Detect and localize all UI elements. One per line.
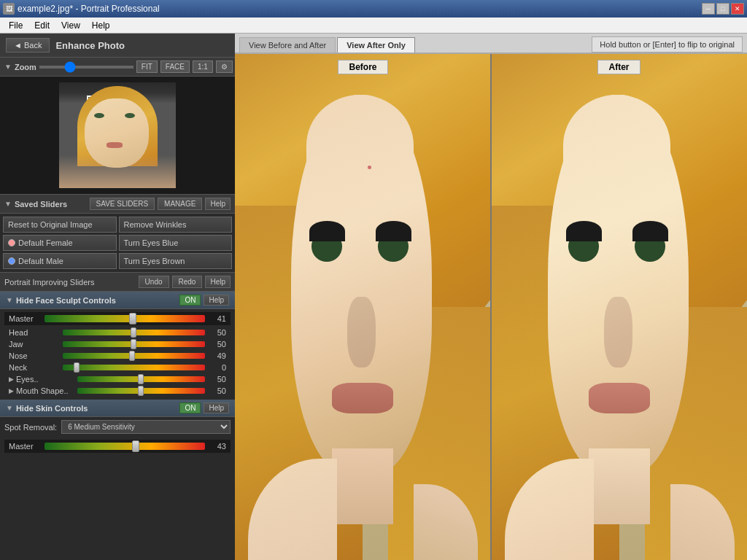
neck-label: Neck: [9, 363, 60, 372]
head-label: Head: [9, 328, 60, 337]
neck-slider-row: Neck 0: [4, 362, 231, 373]
tab-after-only[interactable]: View After Only: [337, 37, 415, 52]
skin-controls-header: ▼ Hide Skin Controls ON Help: [0, 400, 235, 417]
manage-button[interactable]: MANAGE: [158, 198, 202, 210]
skin-controls-on-button[interactable]: ON: [179, 402, 201, 413]
skin-master-slider-row: Master 43: [4, 440, 231, 453]
preset-default-male[interactable]: Default Male: [3, 253, 117, 269]
presets-grid: Reset to Original Image Remove Wrinkles …: [0, 214, 235, 272]
minimize-button[interactable]: ─: [702, 3, 715, 15]
master-label: Master: [9, 314, 42, 323]
zoom-one-to-one-button[interactable]: 1:1: [193, 61, 213, 73]
tab-before-and-after[interactable]: View Before and After: [239, 37, 336, 52]
menu-bar: File Edit View Help: [0, 18, 747, 34]
skin-master-label: Master: [9, 442, 42, 451]
menu-view[interactable]: View: [55, 19, 86, 32]
before-image-panel: [235, 54, 490, 560]
save-sliders-button[interactable]: SAVE SLIDERS: [90, 198, 155, 210]
skin-controls-arrow: ▼: [6, 404, 13, 412]
menu-help[interactable]: Help: [86, 19, 116, 32]
mouth-value: 50: [208, 386, 226, 395]
mouth-label: ▶ Mouth Shape..: [9, 386, 74, 395]
preset-turn-eyes-brown[interactable]: Turn Eyes Brown: [119, 253, 233, 269]
pis-help-button[interactable]: Help: [205, 276, 231, 288]
skin-master-slider-thumb[interactable]: [132, 440, 139, 452]
jaw-slider-track[interactable]: [63, 341, 205, 347]
window-controls: ─ □ ✕: [702, 3, 744, 15]
eyes-label: ▶ Eyes..: [9, 375, 74, 384]
male-icon: [8, 257, 15, 265]
close-button[interactable]: ✕: [731, 3, 744, 15]
spot-removal-select[interactable]: 6 Medium Sensitivity: [61, 420, 231, 434]
preset-turn-eyes-blue[interactable]: Turn Eyes Blue: [119, 235, 233, 251]
master-slider-row: Master 41: [4, 312, 231, 325]
back-button[interactable]: ◄ Back: [6, 38, 50, 52]
view-hint: Hold button or [Enter] to flip to origin…: [592, 36, 743, 52]
menu-file[interactable]: File: [3, 19, 28, 32]
jaw-value: 50: [208, 340, 226, 349]
saved-sliders-help-button[interactable]: Help: [205, 198, 231, 210]
controls-scroll[interactable]: ▼ Hide Face Sculpt Controls ON Help Mast…: [0, 292, 235, 560]
face-sculpt-on-button[interactable]: ON: [179, 295, 201, 306]
skin-master-slider-section: Master 43: [0, 437, 235, 457]
neck-slider-thumb[interactable]: [74, 362, 80, 373]
mouth-slider-row: ▶ Mouth Shape.. 50: [4, 385, 231, 397]
master-value: 41: [208, 314, 226, 323]
face-sculpt-arrow: ▼: [6, 296, 13, 304]
neck-value: 0: [208, 363, 226, 372]
nose-slider-row: Nose 49: [4, 350, 231, 362]
mouth-slider-thumb[interactable]: [138, 386, 144, 396]
undo-button[interactable]: Undo: [139, 276, 169, 288]
after-image-panel: [492, 54, 747, 560]
zoom-slider[interactable]: [39, 66, 133, 69]
spot-removal-label: Spot Removal:: [4, 423, 57, 432]
thumbnail[interactable]: [59, 82, 176, 188]
panel-header: ◄ Back Enhance Photo: [0, 34, 235, 58]
panel-title: Enhance Photo: [55, 40, 125, 51]
pis-title: Portrait Improving Sliders: [4, 278, 136, 287]
head-slider-track[interactable]: [63, 330, 205, 335]
neck-slider-track[interactable]: [63, 365, 205, 370]
left-panel: ◄ Back Enhance Photo ▼ Zoom FIT FACE 1:1…: [0, 34, 235, 560]
head-slider-thumb[interactable]: [131, 327, 136, 338]
nose-label: Nose: [9, 351, 60, 360]
image-view-area: Before After: [235, 54, 747, 560]
nose-slider-track[interactable]: [63, 353, 205, 359]
redo-button[interactable]: Redo: [172, 276, 203, 288]
jaw-slider-row: Jaw 50: [4, 338, 231, 350]
zoom-face-button[interactable]: FACE: [160, 61, 190, 73]
mouth-slider-track[interactable]: [77, 388, 205, 394]
skin-controls-help-button[interactable]: Help: [204, 402, 229, 413]
thumbnail-area: [0, 77, 235, 194]
zoom-settings-button[interactable]: ⚙: [216, 61, 233, 73]
head-slider-row: Head 50: [4, 327, 231, 338]
face-sculpt-help-button[interactable]: Help: [204, 295, 229, 306]
saved-sliders-header: ▼ Saved Sliders SAVE SLIDERS MANAGE Help: [0, 194, 235, 214]
preset-reset-original[interactable]: Reset to Original Image: [3, 217, 117, 233]
face-sculpt-header: ▼ Hide Face Sculpt Controls ON Help: [0, 292, 235, 309]
jaw-label: Jaw: [9, 340, 60, 349]
eyes-expand-icon[interactable]: ▶: [9, 376, 14, 383]
skin-controls-title: Hide Skin Controls: [16, 404, 177, 413]
portrait-improving-sliders-header: Portrait Improving Sliders Undo Redo Hel…: [0, 272, 235, 292]
tab-bar: View Before and After View After Only Ho…: [235, 34, 747, 54]
main-layout: ◄ Back Enhance Photo ▼ Zoom FIT FACE 1:1…: [0, 34, 747, 560]
nose-value: 49: [208, 351, 226, 360]
zoom-fit-button[interactable]: FIT: [136, 61, 158, 73]
mouth-expand-icon[interactable]: ▶: [9, 387, 14, 394]
face-sculpt-sliders: Master 41 Head 50 Jaw: [0, 309, 235, 400]
nose-slider-thumb[interactable]: [129, 351, 135, 361]
eyes-slider-track[interactable]: [77, 376, 205, 382]
zoom-label: Zoom: [15, 63, 36, 71]
master-slider-thumb[interactable]: [129, 313, 136, 324]
eyes-slider-thumb[interactable]: [138, 374, 144, 384]
jaw-slider-thumb[interactable]: [131, 339, 136, 349]
spot-removal-row: Spot Removal: 6 Medium Sensitivity: [0, 417, 235, 437]
preset-default-female[interactable]: Default Female: [3, 235, 117, 251]
app-icon: 🖼: [3, 3, 15, 15]
menu-edit[interactable]: Edit: [28, 19, 55, 32]
maximize-button[interactable]: □: [716, 3, 729, 15]
skin-master-slider-track[interactable]: [44, 443, 205, 450]
master-slider-track[interactable]: [44, 315, 205, 322]
preset-remove-wrinkles[interactable]: Remove Wrinkles: [119, 217, 233, 233]
